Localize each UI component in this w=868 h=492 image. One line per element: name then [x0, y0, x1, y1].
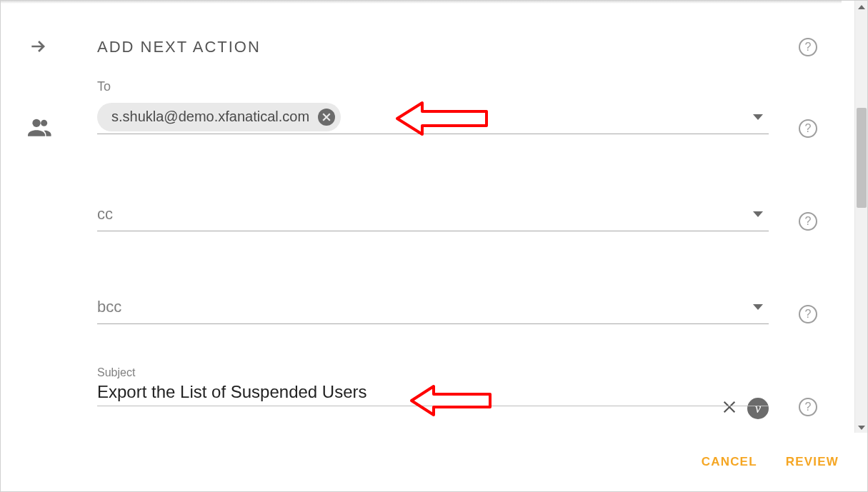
bcc-dropdown-caret-icon[interactable]	[753, 304, 763, 310]
dialog-content: ADD NEXT ACTION To s.shukla@demo.xfanati…	[1, 1, 854, 434]
next-action-icon	[28, 35, 54, 61]
help-icon[interactable]: ?	[799, 212, 817, 231]
chip-remove-button[interactable]	[318, 109, 335, 126]
bcc-input-line[interactable]: bcc	[97, 290, 769, 324]
review-button[interactable]: REVIEW	[786, 455, 839, 469]
help-icon[interactable]: ?	[799, 38, 817, 56]
scroll-up-button[interactable]	[855, 1, 868, 14]
recipient-chip-email: s.shukla@demo.xfanatical.com	[111, 109, 309, 125]
to-dropdown-caret-icon[interactable]	[753, 114, 763, 120]
vertical-scrollbar[interactable]	[854, 1, 867, 434]
people-icon	[28, 117, 52, 140]
cc-field: cc	[97, 197, 769, 231]
variable-badge-glyph: v	[755, 401, 761, 416]
subject-field: Subject v	[97, 366, 769, 402]
bcc-label: bcc	[97, 298, 121, 316]
to-input-line[interactable]: s.shukla@demo.xfanatical.com	[97, 100, 769, 134]
clear-subject-button[interactable]	[722, 399, 737, 418]
cc-label: cc	[97, 205, 113, 224]
recipient-chip[interactable]: s.shukla@demo.xfanatical.com	[97, 103, 341, 131]
help-icon[interactable]: ?	[799, 305, 817, 323]
insert-variable-button[interactable]: v	[747, 398, 769, 419]
svg-point-1	[41, 120, 47, 126]
scroll-thumb[interactable]	[857, 108, 867, 208]
bcc-field: bcc	[97, 290, 769, 324]
svg-point-0	[32, 119, 40, 127]
subject-underline	[97, 406, 769, 406]
top-shadow	[1, 1, 842, 4]
arrow-right-icon	[28, 48, 51, 60]
cc-dropdown-caret-icon[interactable]	[753, 211, 763, 217]
page-title: ADD NEXT ACTION	[97, 38, 261, 56]
help-icon[interactable]: ?	[799, 398, 817, 416]
dialog-frame: ADD NEXT ACTION To s.shukla@demo.xfanati…	[0, 0, 868, 492]
dialog-footer: CANCEL REVIEW	[1, 433, 867, 491]
help-icon[interactable]: ?	[799, 119, 817, 138]
subject-input[interactable]	[97, 382, 683, 402]
subject-label: Subject	[97, 366, 769, 379]
to-field: To s.shukla@demo.xfanatical.com	[97, 79, 769, 134]
to-label: To	[97, 79, 769, 94]
cancel-button[interactable]: CANCEL	[702, 455, 757, 469]
cc-input-line[interactable]: cc	[97, 197, 769, 231]
